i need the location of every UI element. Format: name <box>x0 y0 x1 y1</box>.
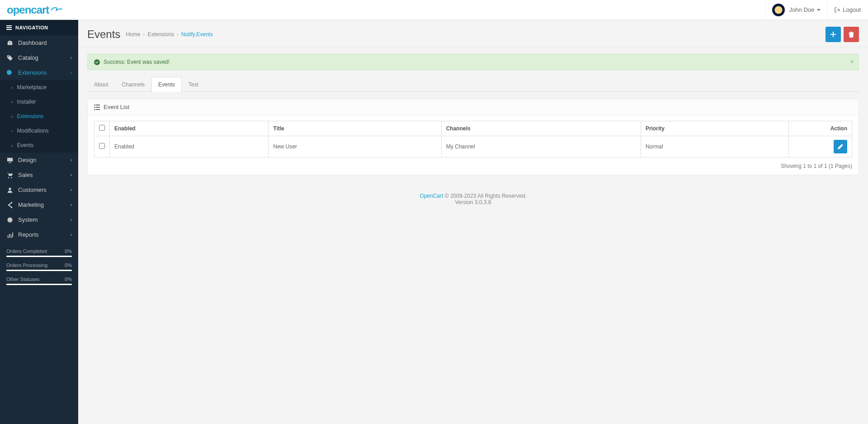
submenu-label: Modifications <box>17 128 49 134</box>
submenu-label: Installer <box>17 99 36 105</box>
tab-channels[interactable]: Channels <box>115 77 151 92</box>
logout-icon <box>835 7 840 13</box>
td-priority: Normal <box>641 136 788 157</box>
sidebar-item-design[interactable]: Design › <box>0 152 78 167</box>
main-content: Events Home › Extensions › Notify.Events… <box>78 0 868 216</box>
breadcrumb-sep: › <box>143 31 145 38</box>
chevron-right-icon: › <box>71 157 72 162</box>
tab-test[interactable]: Test <box>182 77 205 92</box>
chevron-right-icon: › <box>71 187 72 192</box>
td-enabled: Enabled <box>110 136 269 157</box>
tabs: About Channels Events Test <box>87 77 859 92</box>
sidebar-item-system[interactable]: System › <box>0 212 78 216</box>
sidebar-item-extensions[interactable]: Extensions › <box>0 65 78 80</box>
alert-close[interactable]: × <box>850 58 854 66</box>
sidebar-item-label: Marketing <box>18 201 44 208</box>
th-checkbox <box>94 121 110 136</box>
th-channels[interactable]: Channels <box>441 121 641 136</box>
cart-icon <box>6 172 14 178</box>
row-checkbox[interactable] <box>99 143 105 149</box>
arrow-icon: » <box>11 129 14 133</box>
th-priority[interactable]: Priority <box>641 121 788 136</box>
footer: OpenCart © 2009-2023 All Rights Reserved… <box>78 182 868 216</box>
sidebar-menu: Dashboard Catalog › Extensions › »Market… <box>0 35 78 216</box>
brand-arrow-icon <box>51 3 62 15</box>
desktop-icon <box>6 157 14 163</box>
event-list-panel: Event List Enabled Title Channels Priori… <box>87 99 859 175</box>
submenu-item-events[interactable]: »Events <box>0 138 78 152</box>
brand-logo[interactable]: opencart <box>0 4 78 16</box>
sidebar-item-dashboard[interactable]: Dashboard <box>0 35 78 50</box>
footer-link[interactable]: OpenCart <box>420 193 443 199</box>
chevron-right-icon: › <box>71 55 72 60</box>
th-enabled[interactable]: Enabled <box>110 121 269 136</box>
logout-button[interactable]: Logout <box>827 0 868 19</box>
th-action: Action <box>789 121 852 136</box>
menu-icon <box>6 25 12 30</box>
th-title[interactable]: Title <box>269 121 441 136</box>
nav-header: NAVIGATION <box>0 20 78 35</box>
check-circle-icon <box>94 59 100 65</box>
tab-events[interactable]: Events <box>151 77 182 92</box>
user-menu[interactable]: John Doe <box>765 0 827 19</box>
trash-icon <box>849 32 854 38</box>
arrow-icon: » <box>11 100 14 105</box>
sidebar-item-marketing[interactable]: Marketing › <box>0 197 78 212</box>
submenu-label: Events <box>17 142 34 148</box>
table-row: Enabled New User My Channel Normal <box>94 136 852 157</box>
sidebar-item-sales[interactable]: Sales › <box>0 167 78 182</box>
submenu-item-installer[interactable]: »Installer <box>0 95 78 109</box>
arrow-icon: » <box>11 114 14 119</box>
container: Success: Event was saved! × About Channe… <box>78 47 868 182</box>
events-table: Enabled Title Channels Priority Action E… <box>94 121 852 157</box>
chevron-right-icon: › <box>71 70 72 75</box>
page-actions <box>826 27 859 42</box>
breadcrumb-home[interactable]: Home <box>126 31 140 38</box>
arrow-icon: » <box>11 85 14 90</box>
td-channels: My Channel <box>441 136 641 157</box>
submenu-item-marketplace[interactable]: »Marketplace <box>0 80 78 95</box>
add-button[interactable] <box>826 27 841 42</box>
sidebar-item-label: Design <box>18 157 36 163</box>
avatar <box>772 4 785 16</box>
user-icon <box>6 187 14 193</box>
panel-body: Enabled Title Channels Priority Action E… <box>88 115 859 175</box>
footer-version: Version 3.0.3.8 <box>78 199 868 205</box>
puzzle-icon <box>6 70 14 76</box>
select-all-checkbox[interactable] <box>99 125 105 131</box>
submenu-item-modifications[interactable]: »Modifications <box>0 124 78 138</box>
edit-button[interactable] <box>834 140 847 153</box>
logout-label: Logout <box>843 6 861 13</box>
extensions-submenu: »Marketplace »Installer »Extensions »Mod… <box>0 80 78 152</box>
sidebar-item-label: Dashboard <box>18 39 47 46</box>
panel-heading: Event List <box>88 99 859 115</box>
sidebar-item-catalog[interactable]: Catalog › <box>0 50 78 65</box>
arrow-icon: » <box>11 143 14 148</box>
chevron-right-icon: › <box>71 202 72 207</box>
delete-button[interactable] <box>844 27 859 42</box>
share-icon <box>6 202 14 208</box>
top-header: opencart John Doe Logout <box>0 0 868 20</box>
submenu-item-extensions[interactable]: »Extensions <box>0 109 78 124</box>
td-action <box>789 136 852 157</box>
nav-title: NAVIGATION <box>15 25 48 30</box>
success-alert: Success: Event was saved! × <box>87 54 859 70</box>
caret-down-icon <box>817 9 821 11</box>
page-header: Events Home › Extensions › Notify.Events <box>78 20 868 47</box>
td-checkbox <box>94 136 110 157</box>
breadcrumb-current[interactable]: Notify.Events <box>181 31 213 38</box>
pagination-info: Showing 1 to 1 of 1 (1 Pages) <box>94 163 852 169</box>
submenu-label: Marketplace <box>17 84 47 91</box>
tab-about[interactable]: About <box>87 77 115 92</box>
td-title: New User <box>269 136 441 157</box>
sidebar-item-customers[interactable]: Customers › <box>0 182 78 197</box>
page-title: Events <box>87 28 120 41</box>
sidebar-item-label: Customers <box>18 186 47 193</box>
chevron-right-icon: › <box>71 172 72 177</box>
pencil-icon <box>838 144 843 149</box>
alert-message: Success: Event was saved! <box>104 59 170 65</box>
sidebar-item-label: Catalog <box>18 54 38 61</box>
sidebar-item-label: Sales <box>18 172 33 178</box>
breadcrumb-extensions[interactable]: Extensions <box>147 31 174 38</box>
brand-text: opencart <box>7 4 49 16</box>
